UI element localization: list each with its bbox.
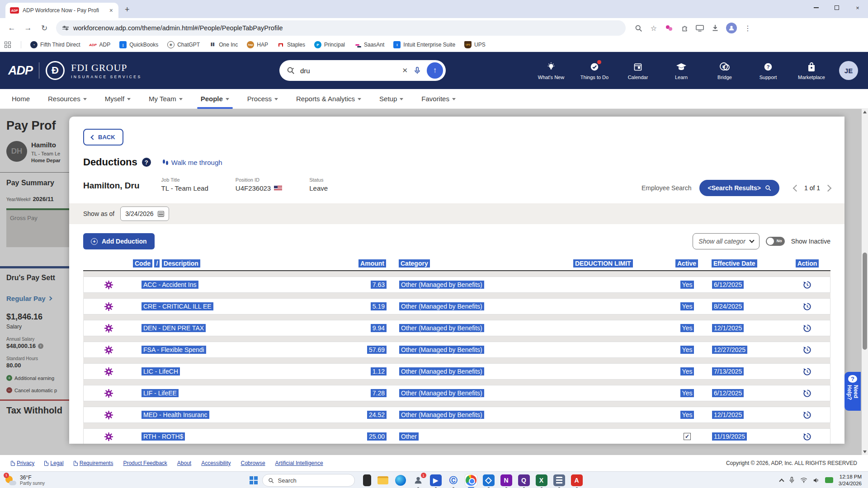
- window-close-button[interactable]: ×: [847, 0, 868, 15]
- url-bar[interactable]: workforcenow.adp.com/theme/admin.html#/P…: [56, 20, 626, 36]
- scroll-down-icon[interactable]: [863, 450, 867, 453]
- support-button[interactable]: ? Support: [752, 61, 784, 80]
- quickbooks-toolhub-icon[interactable]: Q: [518, 474, 530, 486]
- scrollbar-thumb[interactable]: [863, 253, 867, 350]
- history-restore-icon[interactable]: [803, 389, 811, 398]
- weather-widget[interactable]: 1 36°F Partly sunny: [0, 474, 45, 486]
- lens-search-icon[interactable]: [634, 23, 643, 33]
- tray-mic-icon[interactable]: [789, 477, 795, 483]
- nav-resources[interactable]: Resources: [48, 89, 87, 109]
- as-of-date-input[interactable]: 3/24/2026: [120, 206, 169, 221]
- back-icon[interactable]: ←: [5, 21, 19, 35]
- apps-grid-icon[interactable]: [5, 42, 11, 48]
- volume-icon[interactable]: [813, 477, 820, 483]
- gear-icon[interactable]: [104, 345, 113, 355]
- taskbar-search[interactable]: Search: [262, 474, 355, 487]
- col-deduction-limit[interactable]: DEDUCTION LIMIT: [573, 259, 633, 267]
- marketplace-button[interactable]: Marketplace: [796, 61, 827, 80]
- bookmark-one-inc[interactable]: ⦀⦀One Inc: [209, 41, 238, 48]
- downloads-icon[interactable]: [711, 23, 720, 33]
- history-restore-icon[interactable]: [803, 302, 811, 311]
- col-category[interactable]: Category: [399, 259, 430, 267]
- page-scrollbar[interactable]: [862, 109, 868, 455]
- nav-my-team[interactable]: My Team: [149, 89, 183, 109]
- nav-reports[interactable]: Reports & Analytics: [296, 89, 361, 109]
- learn-button[interactable]: Learn: [665, 61, 697, 80]
- nav-favorites[interactable]: Favorites: [421, 89, 456, 109]
- things-to-do-button[interactable]: Things to Do: [579, 61, 610, 80]
- tab-close-icon[interactable]: ×: [108, 7, 114, 14]
- back-button[interactable]: BACK: [83, 129, 123, 145]
- need-help-tab[interactable]: ? Need Help?: [844, 372, 861, 411]
- gear-icon[interactable]: [104, 410, 113, 420]
- chrome-icon[interactable]: [465, 474, 477, 486]
- nav-home[interactable]: Home: [12, 89, 30, 109]
- help-icon[interactable]: ?: [142, 158, 151, 167]
- col-effective-date[interactable]: Effective Date: [712, 259, 757, 267]
- calendar-icon[interactable]: [158, 211, 164, 217]
- browser-tab[interactable]: ADP ADP Workforce Now - Pay Profi ×: [5, 3, 118, 18]
- bookmark-intuit[interactable]: IIntuit Enterprise Suite: [393, 41, 455, 48]
- wifi-icon[interactable]: [800, 477, 807, 483]
- table-row[interactable]: ACC - Accident Ins 7.63 Other (Managed b…: [83, 277, 830, 293]
- tray-expand-icon[interactable]: [779, 479, 784, 483]
- bookmark-principal[interactable]: PPrincipal: [314, 41, 345, 48]
- calendar-button[interactable]: Calendar: [622, 61, 654, 80]
- bookmark-hap[interactable]: hapHAP: [247, 41, 268, 48]
- gear-icon[interactable]: [104, 280, 113, 290]
- footer-link-privacy[interactable]: Privacy: [11, 460, 34, 466]
- history-restore-icon[interactable]: [803, 281, 811, 289]
- search-submit-button[interactable]: ↑: [427, 62, 443, 79]
- acrobat-icon[interactable]: A: [571, 474, 583, 486]
- footer-link-accessibility[interactable]: Accessibility: [201, 460, 231, 466]
- footer-link-legal[interactable]: Legal: [44, 460, 63, 466]
- table-row[interactable]: FSA - Flexible Spendi 57.69 Other (Manag…: [83, 342, 830, 358]
- col-code[interactable]: Code: [133, 259, 152, 267]
- user-avatar[interactable]: JE: [839, 61, 858, 80]
- bookmark-adp[interactable]: ADPADP: [89, 41, 110, 48]
- scroll-up-icon[interactable]: [863, 111, 867, 113]
- whats-new-button[interactable]: What's New: [535, 61, 567, 80]
- bookmark-staples[interactable]: Staples: [277, 41, 305, 48]
- table-row[interactable]: DEN - DEN PRE TAX 9.94 Other (Managed by…: [83, 320, 830, 336]
- show-inactive-toggle[interactable]: No: [766, 237, 785, 246]
- history-restore-icon[interactable]: [803, 432, 811, 441]
- people-icon[interactable]: 1: [412, 474, 424, 486]
- taskbar-clock[interactable]: 12:18 PM 3/24/2026: [839, 474, 862, 487]
- sort-icon[interactable]: /: [154, 259, 160, 267]
- onenote-icon[interactable]: N: [500, 474, 512, 486]
- search-results-button[interactable]: <Search Results>: [699, 180, 779, 196]
- history-restore-icon[interactable]: [803, 367, 811, 376]
- browser-profile-avatar[interactable]: [726, 23, 737, 33]
- next-page-icon[interactable]: [825, 184, 832, 192]
- file-explorer-icon[interactable]: [377, 474, 389, 486]
- calculator-icon[interactable]: [553, 474, 565, 486]
- mic-icon[interactable]: [413, 66, 421, 75]
- col-amount[interactable]: Amount: [359, 259, 386, 267]
- category-dropdown[interactable]: Show all categor: [693, 233, 760, 249]
- history-restore-icon[interactable]: [803, 411, 811, 419]
- footer-link-requirements[interactable]: Requirements: [74, 460, 113, 466]
- site-info-icon[interactable]: [62, 27, 69, 29]
- new-tab-button[interactable]: +: [125, 5, 130, 14]
- history-restore-icon[interactable]: [803, 324, 811, 333]
- gear-icon[interactable]: [104, 389, 113, 398]
- bookmark-star-icon[interactable]: ☆: [649, 23, 658, 33]
- excel-icon[interactable]: X: [536, 474, 547, 486]
- bookmark-saasant[interactable]: SaasAnt: [354, 41, 384, 48]
- footer-link-artificial-intelligence[interactable]: Artificial Intelligence: [275, 460, 323, 466]
- bookmark-fifth-third[interactable]: ◔Fifth Third Direct: [30, 41, 80, 48]
- col-description[interactable]: Description: [162, 259, 200, 267]
- bookmark-chatgpt[interactable]: ✳ChatGPT: [167, 41, 200, 48]
- search-input[interactable]: dru: [300, 67, 396, 75]
- photos-icon[interactable]: [483, 474, 495, 486]
- terminal-icon[interactable]: [363, 474, 371, 486]
- nav-process[interactable]: Process: [247, 89, 278, 109]
- send-to-device-icon[interactable]: [695, 23, 704, 33]
- edge-icon[interactable]: [395, 474, 406, 486]
- nav-myself[interactable]: Myself: [105, 89, 131, 109]
- clear-search-icon[interactable]: ✕: [402, 66, 408, 75]
- add-deduction-button[interactable]: + Add Deduction: [83, 233, 155, 249]
- walk-me-through-link[interactable]: Walk me through: [163, 159, 222, 166]
- footer-link-cobrowse[interactable]: Cobrowse: [241, 460, 265, 466]
